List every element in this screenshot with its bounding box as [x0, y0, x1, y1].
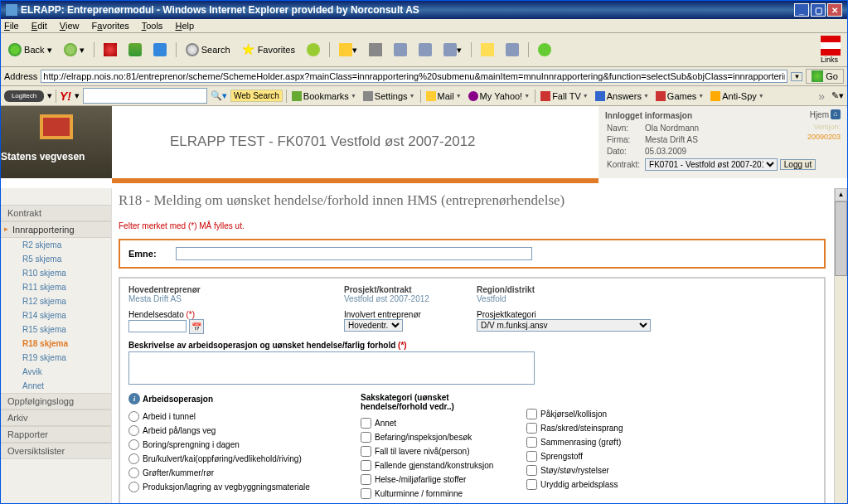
stop-button[interactable]	[99, 41, 121, 59]
chk-helse[interactable]	[361, 474, 371, 485]
nav-r12[interactable]: R12 skjema	[1, 294, 111, 308]
forward-button[interactable]: ▾	[60, 41, 89, 59]
hjem-link[interactable]: Hjem⌂	[810, 109, 841, 119]
emne-input[interactable]	[176, 247, 532, 260]
logitech-logo[interactable]: Logitech	[4, 90, 44, 102]
bookmarks-button[interactable]: Bookmarks▼	[290, 90, 358, 102]
nav-r5[interactable]: R5 skjema	[1, 252, 111, 266]
nav-avvik[interactable]: Avvik	[1, 365, 111, 379]
ie-icon	[6, 4, 17, 16]
nav-r10[interactable]: R10 skjema	[1, 266, 111, 280]
yahoo-toolbar: Logitech▾ Y!▾ 🔍▾ Web Search Bookmarks▼ S…	[1, 86, 847, 106]
hendelsesdato-input[interactable]	[128, 320, 187, 332]
chk-uryddig[interactable]	[526, 479, 537, 490]
scroll-thumb[interactable]	[835, 201, 847, 276]
prosjektkategori-select[interactable]: D/V m.funksj.ansv	[477, 319, 651, 332]
menu-help[interactable]: Help	[175, 21, 194, 31]
games-button[interactable]: Games▼	[654, 90, 705, 102]
favorites-button[interactable]: Favorites	[238, 41, 299, 59]
nav-r19[interactable]: R19 skjema	[1, 351, 111, 365]
antispy-button[interactable]: Anti-Spy▼	[709, 90, 766, 102]
login-info-panel: Innlogget informasjon Hjem⌂ Versjon: 200…	[598, 106, 847, 178]
yahoo-search-input[interactable]	[83, 88, 207, 104]
involvert-select[interactable]: Hovedentr.	[344, 319, 403, 332]
nav-r18[interactable]: R18 skjema	[1, 337, 111, 351]
nav-oppfolging[interactable]: Oppfølgingslogg	[1, 393, 111, 410]
home-button[interactable]	[149, 41, 171, 59]
myyahoo-button[interactable]: My Yahoo!▼	[467, 90, 532, 102]
go-button[interactable]: Go	[806, 69, 844, 84]
falltv-button[interactable]: Fall TV▼	[539, 90, 590, 102]
radio-arbeid-veg[interactable]	[128, 425, 139, 436]
nav-r14[interactable]: R14 skjema	[1, 308, 111, 322]
search-glass-icon[interactable]: 🔍▾	[211, 90, 227, 101]
answers-button[interactable]: Answers▼	[594, 90, 651, 102]
radio-bru[interactable]	[128, 453, 139, 464]
nav-annet[interactable]: Annet	[1, 379, 111, 393]
menu-tools[interactable]: Tools	[142, 21, 163, 31]
chk-ras[interactable]	[526, 423, 537, 434]
tb-btn-1[interactable]	[414, 41, 436, 59]
radio-boring[interactable]	[128, 439, 139, 450]
chk-sammenrasing[interactable]	[526, 437, 537, 448]
menu-file[interactable]: File	[4, 21, 19, 31]
chk-sprengstoff[interactable]	[526, 451, 537, 462]
radio-arbeid-tunnel[interactable]	[128, 411, 139, 422]
tb-btn-2[interactable]: ▾	[439, 41, 466, 59]
rd-label: Region/distrikt	[477, 285, 816, 294]
pencil-icon[interactable]: ✎▾	[831, 90, 844, 101]
yahoo-logo[interactable]: Y!	[60, 90, 71, 103]
folder-button[interactable]	[477, 41, 498, 59]
window-maximize-button[interactable]: ▢	[811, 3, 826, 17]
info-icon[interactable]: i	[128, 393, 140, 405]
nav-oversikt[interactable]: Oversiktslister	[1, 443, 111, 459]
scroll-up-button[interactable]: ▲	[835, 188, 847, 201]
menu-favorites[interactable]: Favorites	[92, 21, 129, 31]
kontrakt-select[interactable]: FK0701 - Vestfold øst 2007-2012	[645, 158, 778, 171]
edit-button[interactable]	[390, 41, 411, 59]
search-button[interactable]: Search	[182, 41, 235, 59]
web-search-button[interactable]: Web Search	[230, 90, 283, 102]
nav-innrapportering[interactable]: Innrapportering	[1, 221, 111, 238]
calendar-button[interactable]: 📅	[189, 319, 204, 334]
nav-rapporter[interactable]: Rapporter	[1, 426, 111, 443]
loggut-button[interactable]: Logg ut	[780, 159, 816, 170]
beskrivelse-label: Beskrivelse av arbeidsoperasjon og uønsk…	[128, 341, 816, 350]
window-close-button[interactable]: ✕	[827, 3, 842, 17]
chk-befaring[interactable]	[361, 432, 371, 443]
nav-r11[interactable]: R11 skjema	[1, 280, 111, 294]
address-dropdown[interactable]: ▼	[791, 72, 802, 81]
address-input[interactable]	[41, 70, 787, 83]
history-button[interactable]	[303, 41, 324, 59]
chk-fall[interactable]	[361, 446, 371, 457]
settings-button[interactable]: Settings▼	[361, 90, 417, 102]
links-label[interactable]: Links	[821, 36, 844, 64]
brand-name: Statens vegvesen	[1, 149, 112, 162]
window-minimize-button[interactable]: _	[794, 3, 809, 17]
chk-kulturminne[interactable]	[361, 488, 371, 499]
address-bar: Address ▼ Go	[1, 67, 847, 86]
nav-kontrakt[interactable]: Kontrakt	[1, 205, 111, 221]
mail-button[interactable]: ▾	[335, 41, 361, 59]
nav-r2[interactable]: R2 skjema	[1, 238, 111, 252]
chk-annet[interactable]	[361, 418, 371, 429]
tb-btn-3[interactable]	[502, 41, 523, 59]
messenger-button[interactable]	[534, 41, 555, 59]
print-button[interactable]	[365, 41, 386, 59]
chk-fallende[interactable]	[361, 460, 371, 471]
menu-view[interactable]: View	[60, 21, 80, 31]
radio-grofter[interactable]	[128, 468, 139, 478]
chk-stoy[interactable]	[526, 465, 537, 476]
nav-arkiv[interactable]: Arkiv	[1, 410, 111, 426]
form-title: R18 - Melding om uønsket hendelse/forhol…	[119, 191, 826, 210]
back-button[interactable]: Back ▾	[4, 41, 56, 59]
login-header: Innlogget informasjon	[605, 111, 841, 120]
refresh-button[interactable]	[124, 41, 146, 59]
beskrivelse-textarea[interactable]	[128, 351, 535, 385]
menu-edit[interactable]: Edit	[31, 21, 47, 31]
nav-r15[interactable]: R15 skjema	[1, 322, 111, 337]
chk-pakjorsel[interactable]	[526, 409, 537, 419]
radio-produksjon[interactable]	[128, 482, 139, 492]
scrollbar[interactable]: ▲	[834, 188, 847, 503]
mail-tb-button[interactable]: Mail▼	[424, 90, 463, 102]
